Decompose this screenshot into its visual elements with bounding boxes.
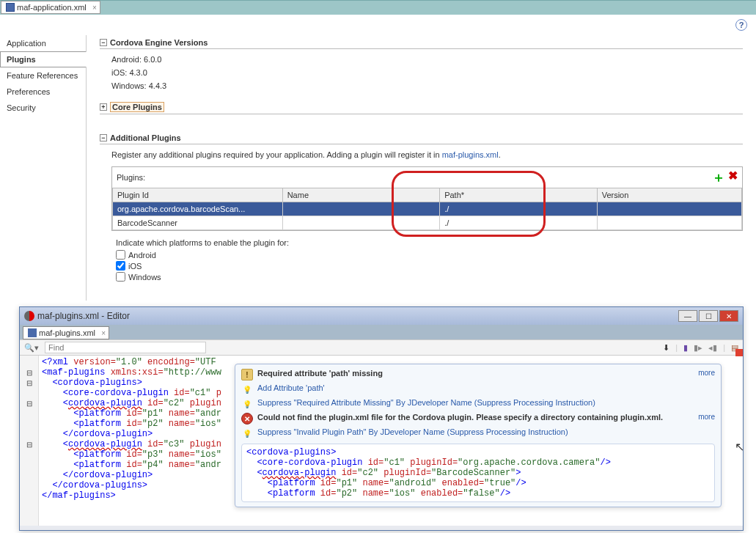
sidenav-item-application[interactable]: Application	[0, 35, 86, 51]
sidenav-item-feature-references[interactable]: Feature References	[0, 67, 86, 84]
col-plugin-id[interactable]: Plugin Id	[113, 188, 283, 202]
platforms-label: Indicate which platforms to enable the p…	[116, 238, 743, 247]
file-tab-label: maf-application.xml	[17, 3, 87, 12]
col-path[interactable]: Path*	[440, 188, 598, 202]
sidenav-item-plugins[interactable]: Plugins	[0, 51, 87, 67]
section-core-plugins: + Core Plugins	[100, 102, 743, 114]
col-name[interactable]: Name	[282, 188, 440, 202]
add-plugin-button[interactable]: ＋	[712, 169, 725, 186]
plugins-table: Plugin Id Name Path* Version org.apache.…	[112, 188, 742, 230]
xml-file-icon	[6, 3, 15, 12]
remove-plugin-button[interactable]: ✖	[728, 169, 738, 186]
file-tab[interactable]: maf-application.xml ×	[1, 1, 100, 14]
sidenav: Application Plugins Feature References P…	[0, 35, 87, 301]
collapse-icon[interactable]: −	[100, 39, 107, 46]
maf-plugins-link[interactable]: maf-plugins.xml	[442, 150, 499, 159]
help-icon[interactable]: ?	[735, 19, 747, 31]
col-version[interactable]: Version	[597, 188, 741, 202]
platform-windows[interactable]: Windows	[116, 272, 743, 282]
collapse-icon[interactable]: −	[100, 134, 107, 141]
plugins-label: Plugins:	[117, 173, 145, 182]
plugins-panel: Plugins: ＋ ✖ Plugin Id Name Path* Versio…	[111, 166, 743, 231]
platform-android[interactable]: Android	[116, 250, 743, 260]
section-additional-plugins: − Additional Plugins	[100, 133, 743, 144]
close-icon[interactable]: ×	[92, 4, 97, 12]
expand-icon[interactable]: +	[100, 103, 107, 111]
table-row[interactable]: BarcodeScanner ./	[113, 216, 742, 230]
platform-ios[interactable]: iOS	[116, 261, 743, 271]
additional-plugins-desc: Register any additional plugins required…	[111, 150, 743, 159]
sidenav-item-security[interactable]: Security	[0, 100, 86, 116]
section-cordova-engine-versions: − Cordova Engine Versions	[100, 38, 743, 49]
sidenav-item-preferences[interactable]: Preferences	[0, 84, 86, 100]
table-row[interactable]: org.apache.cordova.barcodeScan... ./	[113, 202, 742, 216]
engine-versions: Android: 6.0.0 iOS: 4.3.0 Windows: 4.4.3	[111, 55, 743, 90]
